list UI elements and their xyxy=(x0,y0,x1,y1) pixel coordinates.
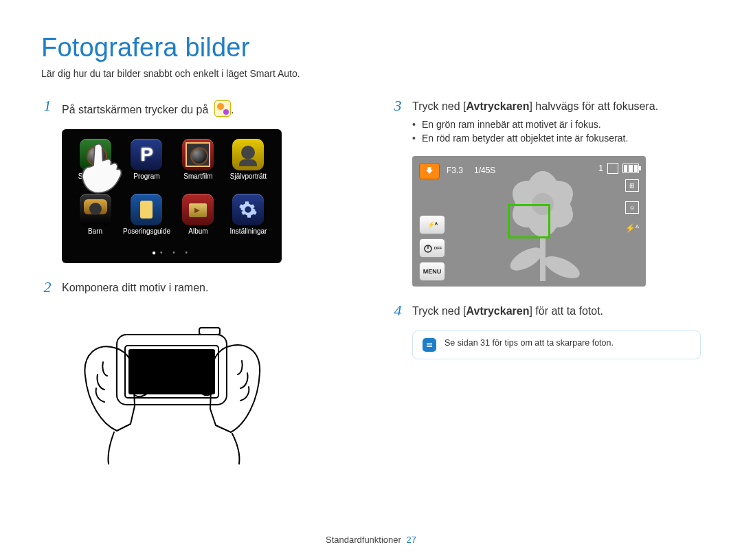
bullet-red-frame: En röd ram betyder att objektet inte är … xyxy=(412,133,701,144)
step-3-number: 3 xyxy=(392,98,404,113)
app-album[interactable]: Album xyxy=(176,194,221,242)
pose-label: Poseringsguide xyxy=(123,227,170,235)
focus-frame xyxy=(508,204,550,238)
aperture-value: F3.3 xyxy=(447,166,463,175)
svg-point-13 xyxy=(541,251,583,282)
step-1-number: 1 xyxy=(41,98,54,113)
smartauto-icon xyxy=(80,139,111,170)
step-4-text: Tryck ned [Avtryckaren] för att ta fotot… xyxy=(412,303,603,317)
page-footer: Standardfunktioner 27 xyxy=(0,535,742,545)
app-smartauto[interactable]: Smart Auto xyxy=(73,139,117,187)
app-program[interactable]: Program xyxy=(123,139,170,187)
timer-button[interactable]: OFF xyxy=(419,238,445,258)
settings-label: Inställningar xyxy=(230,227,267,235)
step-4-number: 4 xyxy=(392,303,404,318)
smartfilm-icon xyxy=(182,139,214,170)
home-screen: Smart AutoProgramSmartfilmSjälvporträttB… xyxy=(62,129,282,263)
memory-icon xyxy=(607,163,618,174)
pose-icon xyxy=(131,194,162,225)
step-1-text: På startskärmen trycker du på . xyxy=(62,98,234,117)
child-label: Barn xyxy=(88,227,102,235)
step-2: 2 Komponera ditt motiv i ramen. xyxy=(41,280,350,295)
tip-box: Se sidan 31 för tips om att ta skarpare … xyxy=(412,331,701,359)
page-indicator: ●• • • xyxy=(73,249,271,256)
flash-indicator-icon: ⚡ᴬ xyxy=(625,223,639,233)
child-icon xyxy=(80,194,111,225)
step-3-text: Tryck ned [Avtryckaren] halvvägs för att… xyxy=(412,98,658,113)
svg-rect-11 xyxy=(540,233,546,281)
step-3: 3 Tryck ned [Avtryckaren] halvvägs för a… xyxy=(392,98,701,113)
page-title: Fotografera bilder xyxy=(41,33,701,63)
battery-icon xyxy=(622,164,639,173)
tip-text: Se sidan 31 för tips om att ta skarpare … xyxy=(445,338,614,348)
self-label: Självporträtt xyxy=(230,172,267,180)
program-icon xyxy=(131,139,162,170)
step-2-number: 2 xyxy=(41,280,54,295)
svg-rect-3 xyxy=(199,328,220,335)
album-label: Album xyxy=(188,227,207,235)
bullet-green-frame: En grön ram innebär att motivet är i fok… xyxy=(412,119,701,130)
image-stabilizer-icon: ⊞ xyxy=(625,179,639,192)
svg-point-12 xyxy=(506,243,546,276)
camera-preview: F3.3 1/45S ⚡ᴬ OFF MENU 1 xyxy=(412,156,646,287)
app-settings[interactable]: Inställningar xyxy=(226,194,271,242)
step-2-text: Komponera ditt motiv i ramen. xyxy=(62,280,208,294)
note-icon xyxy=(423,338,436,352)
app-smartfilm[interactable]: Smartfilm xyxy=(176,139,221,187)
shutter-value: 1/45S xyxy=(474,166,495,175)
menu-button[interactable]: MENU xyxy=(419,262,445,281)
macro-mode-icon xyxy=(419,163,440,179)
album-icon xyxy=(182,194,214,225)
shots-remaining: 1 xyxy=(598,164,603,173)
app-pose[interactable]: Poseringsguide xyxy=(123,194,170,242)
camera-illustration xyxy=(69,307,275,465)
face-detection-icon: ☺ xyxy=(625,201,639,214)
step-4: 4 Tryck ned [Avtryckaren] för att ta fot… xyxy=(392,303,701,318)
self-icon xyxy=(232,139,264,170)
step-1: 1 På startskärmen trycker du på . xyxy=(41,98,350,117)
app-self[interactable]: Självporträtt xyxy=(226,139,271,187)
app-child[interactable]: Barn xyxy=(73,194,117,242)
flash-button[interactable]: ⚡ᴬ xyxy=(419,215,445,234)
smartfilm-label: Smartfilm xyxy=(183,172,212,180)
page-subtitle: Lär dig hur du tar bilder snabbt och enk… xyxy=(41,68,701,79)
smartauto-label: Smart Auto xyxy=(78,172,112,180)
smart-auto-icon xyxy=(214,100,231,117)
program-label: Program xyxy=(133,172,159,180)
settings-icon xyxy=(232,194,264,225)
